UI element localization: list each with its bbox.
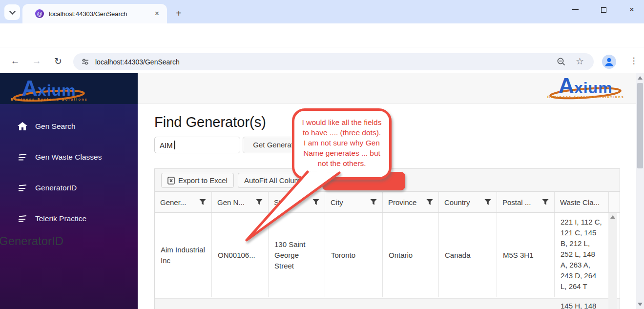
- site-favicon-icon: @: [35, 9, 44, 18]
- sidebar-item-gen-search[interactable]: Gen Search: [0, 118, 138, 135]
- reload-button[interactable]: ↻: [51, 54, 65, 68]
- cell-street: 130 Saint George Street: [269, 213, 325, 297]
- tab-close-icon[interactable]: ×: [153, 9, 161, 18]
- column-header-gen-number[interactable]: Gen N...: [212, 192, 269, 212]
- address-bar[interactable]: localhost:44303/GenSearch ☆: [73, 53, 594, 70]
- grid-header-spacer: [608, 192, 620, 212]
- maximize-icon: [601, 7, 606, 13]
- browser-window: @ localhost:44303/GenSearch × + × ← → ↻ …: [0, 0, 644, 309]
- filter-funnel-icon[interactable]: [542, 199, 549, 206]
- filter-funnel-icon[interactable]: [426, 199, 433, 206]
- window-close-button[interactable]: ×: [621, 0, 643, 20]
- window-minimize-button[interactable]: [564, 0, 586, 20]
- cell-postal: M5S 3H1: [497, 213, 555, 297]
- sidebar-item-label: Gen Waste Classes: [35, 153, 102, 162]
- table-row: Aim Industrial Inc ON00106... 130 Saint …: [155, 213, 620, 297]
- back-button[interactable]: ←: [8, 54, 22, 68]
- sidebar-item-label: GeneratorID: [35, 184, 77, 192]
- text-caret: [174, 141, 175, 149]
- column-header-street[interactable]: Str...: [269, 192, 325, 212]
- zoom-out-icon[interactable]: [557, 57, 566, 66]
- column-header-postal[interactable]: Postal ...: [497, 192, 555, 212]
- sidebar-item-gen-waste-classes[interactable]: Gen Waste Classes: [0, 149, 138, 165]
- cell-generator: Aim Industrial Inc: [155, 213, 212, 297]
- export-to-excel-button[interactable]: Export to Excel: [161, 173, 234, 188]
- column-header-country[interactable]: Country: [439, 192, 497, 212]
- filter-funnel-icon[interactable]: [484, 199, 491, 206]
- app-sidebar: Axium Business Systems Solutions Gen Sea…: [0, 73, 138, 309]
- column-header-province[interactable]: Province: [383, 192, 439, 212]
- list-icon: [18, 153, 28, 162]
- scrollbar-thumb[interactable]: [637, 83, 643, 168]
- sidebar-item-label: Telerik Practice: [35, 214, 86, 223]
- close-icon: ×: [629, 5, 634, 15]
- bookmark-star-icon[interactable]: ☆: [576, 56, 584, 67]
- home-icon: [18, 122, 28, 131]
- cell-waste-classes-partial: 145 H, 148: [561, 302, 596, 309]
- tab-search-button[interactable]: [4, 4, 20, 20]
- column-header-city[interactable]: City: [325, 192, 383, 212]
- new-tab-button[interactable]: +: [172, 7, 186, 21]
- page-title: Find Generator(s): [154, 114, 266, 130]
- sidebar-item-label: Gen Search: [35, 122, 76, 131]
- scroll-down-icon[interactable]: [638, 303, 643, 306]
- axium-logo: Axium Business Systems Solutions: [11, 77, 87, 105]
- scroll-up-icon[interactable]: [638, 76, 643, 80]
- forward-button[interactable]: →: [29, 54, 44, 68]
- minimize-icon: [572, 9, 579, 10]
- logo-tagline: Business Systems Solutions: [547, 95, 623, 99]
- url-text: localhost:44303/GenSearch: [95, 58, 557, 66]
- filter-funnel-icon[interactable]: [312, 199, 319, 206]
- page-scrollbar[interactable]: [636, 73, 644, 309]
- list-icon: [18, 214, 28, 223]
- filter-funnel-icon[interactable]: [370, 199, 377, 206]
- cell-province: Ontario: [383, 213, 439, 297]
- profile-avatar[interactable]: [602, 55, 616, 69]
- browser-menu-button[interactable]: ⋮: [627, 54, 641, 68]
- window-maximize-button[interactable]: [592, 0, 615, 20]
- browser-toolbar: ← → ↻ localhost:44303/GenSearch ☆ ⋮: [0, 23, 644, 47]
- sidebar-item-generatorid[interactable]: GeneratorID: [0, 180, 138, 196]
- ghost-generatorid-text: GeneratorID: [0, 234, 63, 248]
- cell-waste-classes: 221 I, 112 C, 121 C, 145 B, 212 L, 252 L…: [555, 213, 608, 297]
- site-settings-icon[interactable]: [81, 58, 89, 66]
- axium-logo: Axium Business Systems Solutions: [547, 75, 623, 103]
- chevron-down-icon: [9, 8, 16, 15]
- cell-country: Canada: [439, 213, 497, 297]
- tab-title: localhost:44303/GenSearch: [49, 10, 153, 18]
- filter-funnel-icon[interactable]: [199, 199, 206, 206]
- column-header-waste-classes[interactable]: Waste Cla...: [555, 192, 608, 212]
- filter-funnel-icon[interactable]: [256, 199, 263, 206]
- table-row: 145 H, 148: [155, 298, 620, 309]
- logo-tagline: Business Systems Solutions: [11, 98, 87, 101]
- cell-gen-number: ON00106...: [212, 213, 269, 297]
- cell-city: Toronto: [325, 213, 383, 297]
- list-icon: [18, 184, 28, 192]
- annotation-callout: I would like all the fields to have ....…: [292, 108, 392, 180]
- sidebar-logo-band: Axium Business Systems Solutions: [0, 73, 138, 104]
- generator-search-input[interactable]: [154, 137, 240, 153]
- browser-tab[interactable]: @ localhost:44303/GenSearch ×: [22, 4, 167, 23]
- grid-vertical-scrollbar[interactable]: [608, 213, 617, 309]
- excel-file-icon: [167, 177, 175, 185]
- app-header: Axium Business Systems Solutions: [138, 73, 644, 104]
- column-header-generator[interactable]: Gener...: [155, 192, 212, 212]
- sidebar-item-telerik-practice[interactable]: Telerik Practice: [0, 210, 138, 227]
- scroll-up-icon[interactable]: [610, 215, 615, 219]
- tab-strip: @ localhost:44303/GenSearch × + ×: [0, 0, 644, 23]
- grid-header-row: Gener... Gen N... Str... City Province C…: [155, 192, 620, 213]
